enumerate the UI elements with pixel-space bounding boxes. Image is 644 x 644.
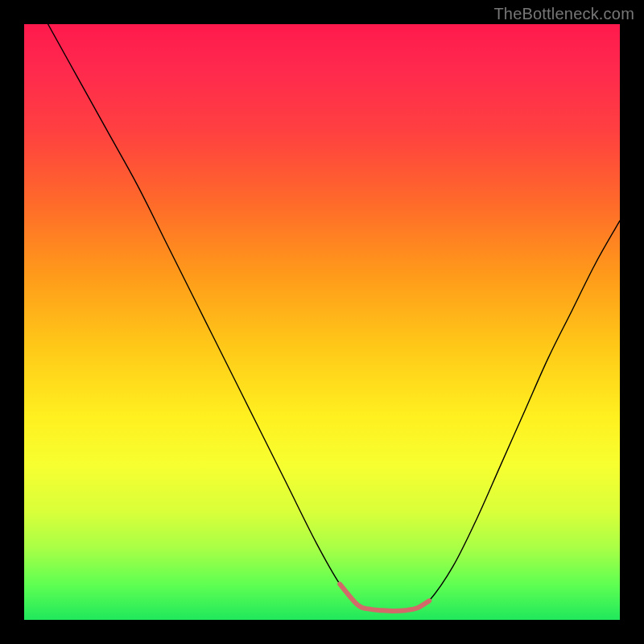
plot-area [24,24,620,620]
line-v-curve [48,24,620,611]
line-valley-highlight [340,584,429,611]
plot-svg [24,24,620,620]
watermark-text: TheBottleneck.com [493,5,634,23]
chart-frame: TheBottleneck.com [0,0,644,644]
